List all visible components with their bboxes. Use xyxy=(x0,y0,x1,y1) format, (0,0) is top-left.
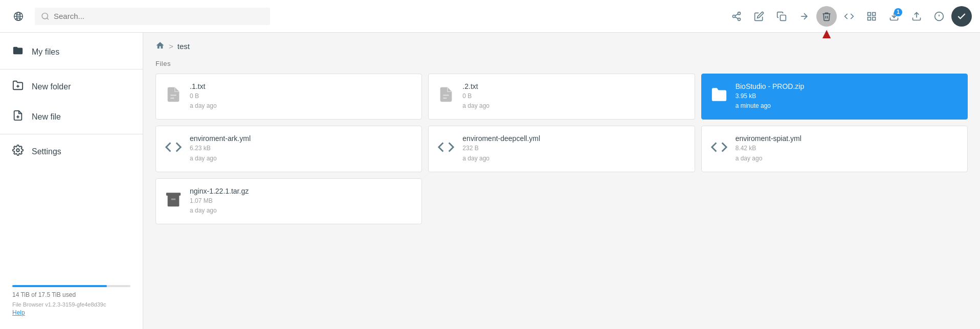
file-info: BioStudio - PROD.zip 3.95 kBa minute ago xyxy=(736,82,805,111)
main-layout: My files New folder New file Settings xyxy=(0,33,980,329)
sidebar-item-settings[interactable]: Settings xyxy=(0,136,143,167)
svg-line-9 xyxy=(735,14,738,15)
code-button[interactable] xyxy=(839,6,859,27)
file-name: enviroment-spiat.yml xyxy=(736,134,801,143)
done-button[interactable] xyxy=(951,6,972,27)
file-meta: 1.07 MBa day ago xyxy=(190,196,249,216)
file-name: .1.txt xyxy=(190,82,217,90)
storage-bar-fill xyxy=(12,285,107,287)
search-icon xyxy=(41,12,50,21)
svg-line-8 xyxy=(735,17,738,18)
delete-button[interactable]: ▲ xyxy=(816,6,837,27)
file-meta: 0 Ba day ago xyxy=(190,91,217,111)
file-name: BioStudio - PROD.zip xyxy=(736,82,805,90)
storage-bar xyxy=(12,285,130,287)
file-meta: 232 Ba day ago xyxy=(462,144,540,163)
file-info: enviroment-spiat.yml 8.42 kBa day ago xyxy=(736,134,801,163)
file-card[interactable]: nginx-1.22.1.tar.gz 1.07 MBa day ago xyxy=(155,178,422,224)
settings-label: Settings xyxy=(32,147,61,156)
file-card[interactable]: enviroment-spiat.yml 8.42 kBa day ago xyxy=(701,126,968,172)
file-card[interactable]: enviroment-deepcell.yml 232 Ba day ago xyxy=(428,126,695,172)
search-input[interactable] xyxy=(54,12,264,20)
breadcrumb: > test xyxy=(155,41,968,52)
file-type-icon xyxy=(164,86,183,107)
header: ▲ 1 xyxy=(0,0,980,33)
download-button[interactable]: 1 xyxy=(884,6,904,27)
file-name: nginx-1.22.1.tar.gz xyxy=(190,187,249,195)
new-file-icon xyxy=(12,110,24,124)
search-bar[interactable] xyxy=(35,8,270,25)
file-type-icon xyxy=(437,86,455,107)
grid-button[interactable] xyxy=(861,6,882,27)
download-badge: 1 xyxy=(894,8,902,16)
new-folder-label: New folder xyxy=(32,82,71,91)
svg-rect-14 xyxy=(868,17,871,20)
share-button[interactable] xyxy=(726,6,747,27)
svg-line-4 xyxy=(47,18,49,19)
copy-button[interactable] xyxy=(771,6,792,27)
svg-rect-10 xyxy=(781,15,786,20)
header-actions: ▲ 1 xyxy=(726,6,972,27)
file-info: nginx-1.22.1.tar.gz 1.07 MBa day ago xyxy=(190,187,249,216)
svg-rect-30 xyxy=(718,92,721,94)
folder-icon xyxy=(12,45,24,59)
file-info: .1.txt 0 Ba day ago xyxy=(190,82,217,111)
file-name: enviroment-deepcell.yml xyxy=(462,134,540,143)
file-meta: 0 Ba day ago xyxy=(462,91,489,111)
file-name: enviroment-ark.yml xyxy=(190,134,251,143)
new-folder-icon xyxy=(12,80,24,93)
file-info: .2.txt 0 Ba day ago xyxy=(462,82,489,111)
svg-rect-32 xyxy=(166,193,181,196)
version-label: File Browser v1.2.3-3159-gfe4e8d39c xyxy=(12,301,130,308)
home-icon[interactable] xyxy=(155,41,165,52)
file-card[interactable]: .1.txt 0 Ba day ago xyxy=(155,74,422,120)
file-type-icon xyxy=(164,138,183,160)
file-meta: 8.42 kBa day ago xyxy=(736,144,801,163)
settings-icon xyxy=(12,145,24,158)
logo[interactable] xyxy=(8,6,29,27)
breadcrumb-current: test xyxy=(177,42,190,51)
svg-point-7 xyxy=(738,18,741,20)
svg-rect-13 xyxy=(873,12,876,15)
info-button[interactable] xyxy=(929,6,949,27)
sidebar-divider-1 xyxy=(0,69,143,69)
file-type-icon xyxy=(710,86,728,107)
file-card[interactable]: enviroment-ark.yml 6.23 kBa day ago xyxy=(155,126,422,172)
sidebar-item-new-folder[interactable]: New folder xyxy=(0,72,143,102)
help-link[interactable]: Help xyxy=(12,309,25,316)
svg-rect-12 xyxy=(868,12,871,15)
file-info: enviroment-ark.yml 6.23 kBa day ago xyxy=(190,134,251,163)
content-area: > test Files .1.txt 0 Ba day ago .2.txt … xyxy=(143,33,980,329)
svg-point-25 xyxy=(16,149,19,152)
sidebar-bottom: 14 TiB of 17.5 TiB used File Browser v1.… xyxy=(0,277,143,325)
file-name: .2.txt xyxy=(462,82,489,90)
file-card[interactable]: BioStudio - PROD.zip 3.95 kBa minute ago xyxy=(701,74,968,120)
file-info: enviroment-deepcell.yml 232 Ba day ago xyxy=(462,134,540,163)
new-file-label: New file xyxy=(32,112,61,122)
file-type-icon xyxy=(164,191,183,212)
svg-point-5 xyxy=(738,12,741,14)
sidebar-item-my-files[interactable]: My files xyxy=(0,37,143,67)
svg-rect-31 xyxy=(718,96,721,97)
file-grid: .1.txt 0 Ba day ago .2.txt 0 Ba day ago … xyxy=(155,74,968,224)
my-files-label: My files xyxy=(32,48,59,57)
move-button[interactable] xyxy=(794,6,814,27)
sidebar: My files New folder New file Settings xyxy=(0,33,143,329)
file-card[interactable]: .2.txt 0 Ba day ago xyxy=(428,74,695,120)
sidebar-divider-2 xyxy=(0,134,143,134)
svg-rect-33 xyxy=(171,199,176,200)
delete-arrow-indicator: ▲ xyxy=(819,27,834,41)
upload-button[interactable] xyxy=(906,6,927,27)
files-section-label: Files xyxy=(155,60,968,67)
file-meta: 6.23 kBa day ago xyxy=(190,144,251,163)
file-meta: 3.95 kBa minute ago xyxy=(736,91,805,111)
sidebar-item-new-file[interactable]: New file xyxy=(0,102,143,132)
svg-rect-15 xyxy=(873,17,876,20)
breadcrumb-separator: > xyxy=(169,42,173,51)
storage-label: 14 TiB of 17.5 TiB used xyxy=(12,291,130,298)
edit-button[interactable] xyxy=(749,6,769,27)
file-type-icon xyxy=(437,138,455,160)
svg-point-3 xyxy=(42,13,48,18)
svg-point-6 xyxy=(733,15,736,17)
file-type-icon xyxy=(710,138,728,160)
